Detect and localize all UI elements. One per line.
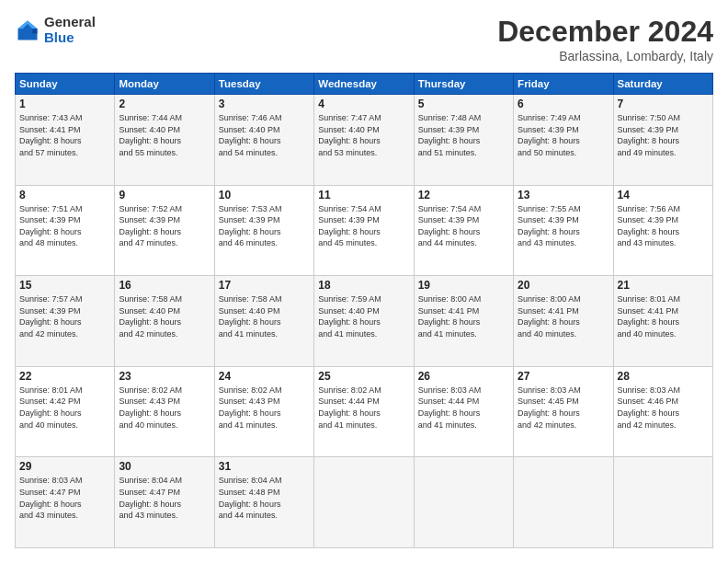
- day-info: Sunrise: 7:47 AM Sunset: 4:40 PM Dayligh…: [318, 112, 409, 158]
- day-info: Sunrise: 8:01 AM Sunset: 4:42 PM Dayligh…: [19, 385, 110, 431]
- day-info: Sunrise: 8:03 AM Sunset: 4:46 PM Dayligh…: [618, 385, 709, 431]
- day-number: 22: [19, 370, 110, 383]
- weekday-header-cell: Saturday: [613, 74, 712, 95]
- day-info: Sunrise: 7:56 AM Sunset: 4:39 PM Dayligh…: [618, 203, 709, 249]
- day-info: Sunrise: 7:48 AM Sunset: 4:39 PM Dayligh…: [418, 112, 509, 158]
- calendar-cell: 30Sunrise: 8:04 AM Sunset: 4:47 PM Dayli…: [115, 457, 214, 548]
- day-info: Sunrise: 7:50 AM Sunset: 4:39 PM Dayligh…: [618, 112, 709, 158]
- calendar-cell: [314, 457, 414, 548]
- calendar-cell: 2Sunrise: 7:44 AM Sunset: 4:40 PM Daylig…: [115, 95, 214, 186]
- day-number: 4: [318, 98, 409, 110]
- day-number: 2: [119, 98, 210, 110]
- header: General Blue December 2024 Barlassina, L…: [15, 15, 713, 63]
- page: General Blue December 2024 Barlassina, L…: [0, 0, 728, 563]
- calendar-cell: 24Sunrise: 8:02 AM Sunset: 4:43 PM Dayli…: [214, 366, 313, 457]
- logo-blue: Blue: [44, 30, 96, 46]
- calendar-cell: 18Sunrise: 7:59 AM Sunset: 4:40 PM Dayli…: [314, 276, 414, 367]
- day-info: Sunrise: 7:58 AM Sunset: 4:40 PM Dayligh…: [119, 293, 210, 339]
- day-info: Sunrise: 7:57 AM Sunset: 4:39 PM Dayligh…: [19, 293, 110, 339]
- calendar-cell: 10Sunrise: 7:53 AM Sunset: 4:39 PM Dayli…: [214, 185, 313, 276]
- day-number: 19: [418, 279, 509, 292]
- logo-general: General: [44, 15, 96, 30]
- day-info: Sunrise: 7:54 AM Sunset: 4:39 PM Dayligh…: [418, 203, 509, 249]
- day-info: Sunrise: 7:49 AM Sunset: 4:39 PM Dayligh…: [518, 112, 609, 158]
- calendar-cell: 27Sunrise: 8:03 AM Sunset: 4:45 PM Dayli…: [514, 366, 613, 457]
- calendar-cell: [414, 457, 513, 548]
- calendar-cell: 29Sunrise: 8:03 AM Sunset: 4:47 PM Dayli…: [16, 457, 115, 548]
- day-info: Sunrise: 7:54 AM Sunset: 4:39 PM Dayligh…: [318, 203, 409, 249]
- calendar-cell: 28Sunrise: 8:03 AM Sunset: 4:46 PM Dayli…: [613, 366, 712, 457]
- day-number: 17: [219, 279, 310, 292]
- calendar-cell: 19Sunrise: 8:00 AM Sunset: 4:41 PM Dayli…: [414, 276, 513, 367]
- calendar-cell: 25Sunrise: 8:02 AM Sunset: 4:44 PM Dayli…: [314, 366, 414, 457]
- calendar-cell: 20Sunrise: 8:00 AM Sunset: 4:41 PM Dayli…: [514, 276, 613, 367]
- calendar-cell: 3Sunrise: 7:46 AM Sunset: 4:40 PM Daylig…: [214, 95, 313, 186]
- day-number: 31: [219, 460, 310, 473]
- calendar-cell: [514, 457, 613, 548]
- day-number: 28: [618, 370, 709, 383]
- day-number: 1: [19, 98, 110, 110]
- calendar-cell: 16Sunrise: 7:58 AM Sunset: 4:40 PM Dayli…: [115, 276, 214, 367]
- calendar-cell: 31Sunrise: 8:04 AM Sunset: 4:48 PM Dayli…: [214, 457, 313, 548]
- day-info: Sunrise: 7:52 AM Sunset: 4:39 PM Dayligh…: [119, 203, 210, 249]
- month-title: December 2024: [497, 15, 713, 49]
- logo: General Blue: [15, 15, 96, 45]
- calendar-cell: 5Sunrise: 7:48 AM Sunset: 4:39 PM Daylig…: [414, 95, 513, 186]
- day-info: Sunrise: 7:55 AM Sunset: 4:39 PM Dayligh…: [518, 203, 609, 249]
- calendar-week-row: 15Sunrise: 7:57 AM Sunset: 4:39 PM Dayli…: [16, 276, 713, 367]
- day-number: 16: [119, 279, 210, 292]
- location: Barlassina, Lombardy, Italy: [497, 49, 713, 63]
- calendar-cell: 15Sunrise: 7:57 AM Sunset: 4:39 PM Dayli…: [16, 276, 115, 367]
- day-number: 23: [119, 370, 210, 383]
- day-info: Sunrise: 8:04 AM Sunset: 4:47 PM Dayligh…: [119, 475, 210, 521]
- day-number: 6: [518, 98, 609, 110]
- day-number: 18: [318, 279, 409, 292]
- day-info: Sunrise: 8:00 AM Sunset: 4:41 PM Dayligh…: [418, 293, 509, 339]
- weekday-header-cell: Tuesday: [214, 74, 313, 95]
- calendar-cell: 6Sunrise: 7:49 AM Sunset: 4:39 PM Daylig…: [514, 95, 613, 186]
- day-number: 21: [618, 279, 709, 292]
- title-block: December 2024 Barlassina, Lombardy, Ital…: [497, 15, 713, 63]
- day-number: 12: [418, 189, 509, 201]
- calendar-cell: 13Sunrise: 7:55 AM Sunset: 4:39 PM Dayli…: [514, 185, 613, 276]
- day-number: 26: [418, 370, 509, 383]
- day-number: 14: [618, 189, 709, 201]
- day-info: Sunrise: 8:02 AM Sunset: 4:44 PM Dayligh…: [318, 385, 409, 431]
- day-number: 30: [119, 460, 210, 473]
- calendar-cell: 17Sunrise: 7:58 AM Sunset: 4:40 PM Dayli…: [214, 276, 313, 367]
- day-info: Sunrise: 7:59 AM Sunset: 4:40 PM Dayligh…: [318, 293, 409, 339]
- weekday-header-row: SundayMondayTuesdayWednesdayThursdayFrid…: [16, 74, 713, 95]
- calendar-cell: 23Sunrise: 8:02 AM Sunset: 4:43 PM Dayli…: [115, 366, 214, 457]
- calendar: SundayMondayTuesdayWednesdayThursdayFrid…: [15, 73, 713, 548]
- calendar-body: 1Sunrise: 7:43 AM Sunset: 4:41 PM Daylig…: [16, 95, 713, 548]
- calendar-week-row: 1Sunrise: 7:43 AM Sunset: 4:41 PM Daylig…: [16, 95, 713, 186]
- day-info: Sunrise: 8:03 AM Sunset: 4:45 PM Dayligh…: [518, 385, 609, 431]
- logo-icon: [15, 17, 40, 43]
- calendar-cell: 4Sunrise: 7:47 AM Sunset: 4:40 PM Daylig…: [314, 95, 414, 186]
- calendar-cell: [613, 457, 712, 548]
- day-info: Sunrise: 8:01 AM Sunset: 4:41 PM Dayligh…: [618, 293, 709, 339]
- calendar-cell: 12Sunrise: 7:54 AM Sunset: 4:39 PM Dayli…: [414, 185, 513, 276]
- day-number: 5: [418, 98, 509, 110]
- day-info: Sunrise: 7:53 AM Sunset: 4:39 PM Dayligh…: [219, 203, 310, 249]
- calendar-cell: 9Sunrise: 7:52 AM Sunset: 4:39 PM Daylig…: [115, 185, 214, 276]
- day-number: 9: [119, 189, 210, 201]
- day-number: 8: [19, 189, 110, 201]
- calendar-week-row: 22Sunrise: 8:01 AM Sunset: 4:42 PM Dayli…: [16, 366, 713, 457]
- calendar-cell: 7Sunrise: 7:50 AM Sunset: 4:39 PM Daylig…: [613, 95, 712, 186]
- calendar-week-row: 29Sunrise: 8:03 AM Sunset: 4:47 PM Dayli…: [16, 457, 713, 548]
- calendar-cell: 8Sunrise: 7:51 AM Sunset: 4:39 PM Daylig…: [16, 185, 115, 276]
- day-info: Sunrise: 7:51 AM Sunset: 4:39 PM Dayligh…: [19, 203, 110, 249]
- day-number: 29: [19, 460, 110, 473]
- calendar-cell: 14Sunrise: 7:56 AM Sunset: 4:39 PM Dayli…: [613, 185, 712, 276]
- day-info: Sunrise: 7:58 AM Sunset: 4:40 PM Dayligh…: [219, 293, 310, 339]
- day-info: Sunrise: 8:02 AM Sunset: 4:43 PM Dayligh…: [119, 385, 210, 431]
- day-info: Sunrise: 8:03 AM Sunset: 4:47 PM Dayligh…: [19, 475, 110, 521]
- day-number: 24: [219, 370, 310, 383]
- calendar-cell: 1Sunrise: 7:43 AM Sunset: 4:41 PM Daylig…: [16, 95, 115, 186]
- logo-text: General Blue: [44, 15, 96, 45]
- calendar-cell: 11Sunrise: 7:54 AM Sunset: 4:39 PM Dayli…: [314, 185, 414, 276]
- day-number: 20: [518, 279, 609, 292]
- weekday-header-cell: Wednesday: [314, 74, 414, 95]
- calendar-cell: 21Sunrise: 8:01 AM Sunset: 4:41 PM Dayli…: [613, 276, 712, 367]
